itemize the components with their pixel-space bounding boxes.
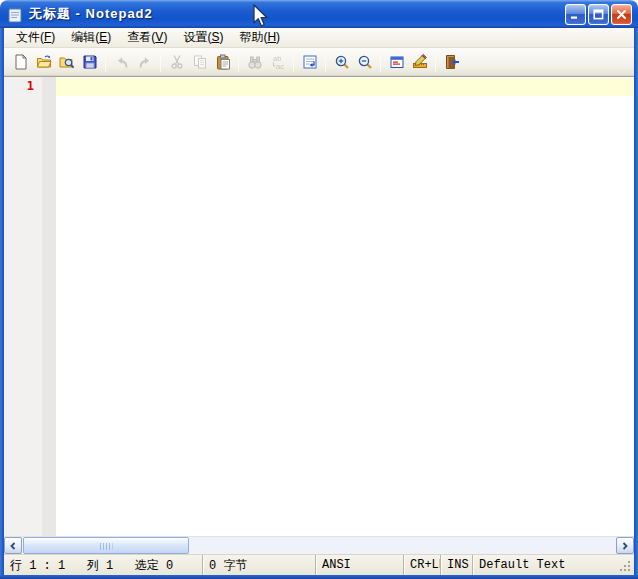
notepad2-window: 无标题 - Notepad2 文件(F) 编辑(E) 查看(V) 设置(S) 帮… — [0, 0, 638, 579]
selection-margin — [42, 77, 56, 536]
replace-button: ab ac — [266, 50, 289, 73]
close-button[interactable] — [611, 4, 632, 25]
current-line-highlight — [56, 78, 634, 96]
paste-icon — [215, 54, 231, 70]
menu-help[interactable]: 帮助(H) — [231, 27, 288, 48]
line-number-margin — [4, 77, 42, 536]
word-wrap-icon — [302, 54, 318, 70]
minimize-button[interactable] — [565, 4, 586, 25]
toolbar-separator — [238, 52, 239, 72]
browse-folder-icon — [59, 54, 75, 70]
scrollbar-thumb[interactable] — [23, 537, 189, 554]
horizontal-scrollbar[interactable] — [4, 536, 634, 554]
customize-schemes-button[interactable] — [408, 50, 431, 73]
window-border-right — [634, 28, 638, 579]
menu-view-close: ) — [163, 30, 167, 44]
minimize-icon — [570, 9, 581, 20]
toolbar-separator — [160, 52, 161, 72]
toolbar-separator — [325, 52, 326, 72]
notepad2-app-icon — [7, 6, 24, 23]
replace-icon: ab ac — [270, 54, 286, 70]
zoom-in-button[interactable] — [330, 50, 353, 73]
scroll-right-button[interactable] — [616, 537, 634, 554]
title-bar[interactable]: 无标题 - Notepad2 — [0, 0, 638, 28]
exit-door-icon — [444, 54, 460, 70]
menu-edit-close: ) — [107, 30, 111, 44]
paste-button[interactable] — [211, 50, 234, 73]
copy-button — [188, 50, 211, 73]
zoom-out-button[interactable] — [353, 50, 376, 73]
maximize-icon — [593, 9, 604, 20]
cut-icon — [169, 54, 185, 70]
status-bytes: 0 字节 — [202, 555, 315, 575]
toolbar-separator — [380, 52, 381, 72]
status-bar: 行 1 : 1 列 1 选定 0 0 字节 ANSI CR+LF INS Def… — [4, 554, 634, 575]
menu-settings-close: ) — [219, 30, 223, 44]
save-file-button[interactable] — [78, 50, 101, 73]
status-eol[interactable]: CR+LF — [403, 555, 440, 575]
open-file-button[interactable] — [32, 50, 55, 73]
new-file-icon — [13, 54, 29, 70]
find-button — [243, 50, 266, 73]
toolbar-separator — [293, 52, 294, 72]
open-folder-icon — [36, 54, 52, 70]
scheme-config-icon — [389, 54, 405, 70]
menu-help-label: 帮助( — [239, 30, 267, 44]
status-insert-mode[interactable]: INS — [440, 555, 472, 575]
window-border-bottom — [0, 575, 638, 579]
scheme-select-button[interactable] — [385, 50, 408, 73]
line-number: 1 — [4, 79, 34, 93]
redo-icon — [137, 54, 153, 70]
undo-button — [110, 50, 133, 73]
menu-file[interactable]: 文件(F) — [8, 27, 63, 48]
find-binoculars-icon — [247, 54, 263, 70]
browse-file-button[interactable] — [55, 50, 78, 73]
toolbar-separator — [105, 52, 106, 72]
zoom-out-icon — [357, 54, 373, 70]
menu-file-close: ) — [51, 30, 55, 44]
save-icon — [82, 54, 98, 70]
mouse-cursor — [253, 4, 269, 28]
window-border-left — [0, 28, 4, 579]
status-scheme[interactable]: Default Text — [472, 555, 634, 575]
scroll-left-button[interactable] — [4, 537, 22, 554]
menu-help-key: H — [267, 30, 276, 44]
cut-button — [165, 50, 188, 73]
toolbar: ab ac — [4, 48, 634, 76]
toolbar-separator — [435, 52, 436, 72]
menu-edit[interactable]: 编辑(E) — [63, 27, 119, 48]
status-encoding[interactable]: ANSI — [315, 555, 403, 575]
menu-settings[interactable]: 设置(S) — [175, 27, 231, 48]
editor-area[interactable]: 1 — [4, 76, 634, 536]
customize-schemes-icon — [412, 54, 428, 70]
window-title: 无标题 - Notepad2 — [29, 5, 153, 23]
close-icon — [616, 9, 627, 20]
scroll-right-arrow-icon — [621, 542, 629, 550]
menu-settings-label: 设置( — [183, 30, 211, 44]
resize-grip[interactable] — [620, 561, 632, 573]
scroll-left-arrow-icon — [9, 542, 17, 550]
menu-edit-label: 编辑( — [71, 30, 99, 44]
svg-text:ac: ac — [276, 62, 284, 70]
menu-file-label: 文件( — [16, 30, 44, 44]
menu-bar: 文件(F) 编辑(E) 查看(V) 设置(S) 帮助(H) — [4, 28, 634, 48]
exit-button[interactable] — [440, 50, 463, 73]
maximize-button[interactable] — [588, 4, 609, 25]
undo-icon — [114, 54, 130, 70]
word-wrap-button[interactable] — [298, 50, 321, 73]
new-file-button[interactable] — [9, 50, 32, 73]
zoom-in-icon — [334, 54, 350, 70]
scrollbar-grip — [100, 543, 113, 550]
menu-help-close: ) — [276, 30, 280, 44]
menu-view[interactable]: 查看(V) — [119, 27, 175, 48]
copy-icon — [192, 54, 208, 70]
status-position: 行 1 : 1 列 1 选定 0 — [4, 555, 202, 575]
menu-view-label: 查看( — [127, 30, 155, 44]
redo-button — [133, 50, 156, 73]
